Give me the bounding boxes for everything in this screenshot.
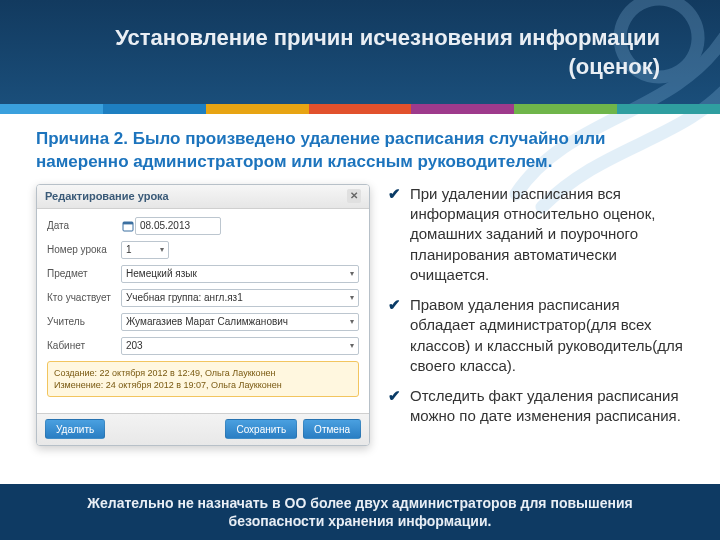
svg-rect-1 (123, 222, 133, 224)
list-item: При удалении расписания вся информация о… (388, 184, 688, 285)
color-bar (0, 104, 720, 114)
dialog-footer: Удалить Сохранить Отмена (37, 413, 369, 445)
teacher-label: Учитель (47, 316, 121, 327)
num-select[interactable]: 1 ▾ (121, 241, 169, 259)
dialog-header: Редактирование урока ✕ (37, 185, 369, 209)
close-icon[interactable]: ✕ (347, 189, 361, 203)
room-label: Кабинет (47, 340, 121, 351)
teacher-value: Жумагазиев Марат Салимжанович (126, 316, 288, 327)
date-label: Дата (47, 220, 121, 231)
slide-header: Установление причин исчезновения информа… (0, 0, 720, 104)
date-input[interactable]: 08.05.2013 (135, 217, 221, 235)
num-value: 1 (126, 244, 132, 255)
footer-note: Желательно не назначать в ОО более двух … (0, 484, 720, 540)
chevron-down-icon: ▾ (350, 293, 354, 302)
dialog-body: Дата 08.05.2013 Номер урока 1 ▾ (37, 209, 369, 399)
bullet-list: При удалении расписания вся информация о… (388, 184, 688, 446)
save-button[interactable]: Сохранить (225, 419, 297, 439)
cause-heading: Причина 2. Было произведено удаление рас… (36, 128, 688, 174)
meta-box: Создание: 22 октября 2012 в 12:49, Ольга… (47, 361, 359, 397)
who-value: Учебная группа: англ.яз1 (126, 292, 243, 303)
meta-modified: Изменение: 24 октября 2012 в 19:07, Ольг… (54, 379, 352, 391)
room-value: 203 (126, 340, 143, 351)
room-select[interactable]: 203 ▾ (121, 337, 359, 355)
meta-created: Создание: 22 октября 2012 в 12:49, Ольга… (54, 367, 352, 379)
lesson-edit-dialog: Редактирование урока ✕ Дата 08.05.2013 Н… (36, 184, 370, 446)
who-select[interactable]: Учебная группа: англ.яз1 ▾ (121, 289, 359, 307)
cancel-button[interactable]: Отмена (303, 419, 361, 439)
date-value: 08.05.2013 (140, 220, 190, 231)
num-label: Номер урока (47, 244, 121, 255)
chevron-down-icon: ▾ (350, 269, 354, 278)
chevron-down-icon: ▾ (350, 341, 354, 350)
subject-select[interactable]: Немецкий язык ▾ (121, 265, 359, 283)
list-item: Отследить факт удаления расписания можно… (388, 386, 688, 427)
teacher-select[interactable]: Жумагазиев Марат Салимжанович ▾ (121, 313, 359, 331)
chevron-down-icon: ▾ (160, 245, 164, 254)
list-item: Правом удаления расписания обладает адми… (388, 295, 688, 376)
dialog-title: Редактирование урока (45, 184, 169, 208)
who-label: Кто участвует (47, 292, 121, 303)
chevron-down-icon: ▾ (350, 317, 354, 326)
content-area: Причина 2. Было произведено удаление рас… (36, 128, 688, 540)
subject-label: Предмет (47, 268, 121, 279)
delete-button[interactable]: Удалить (45, 419, 105, 439)
slide-title: Установление причин исчезновения информа… (60, 24, 660, 81)
calendar-icon[interactable] (121, 219, 135, 233)
subject-value: Немецкий язык (126, 268, 197, 279)
